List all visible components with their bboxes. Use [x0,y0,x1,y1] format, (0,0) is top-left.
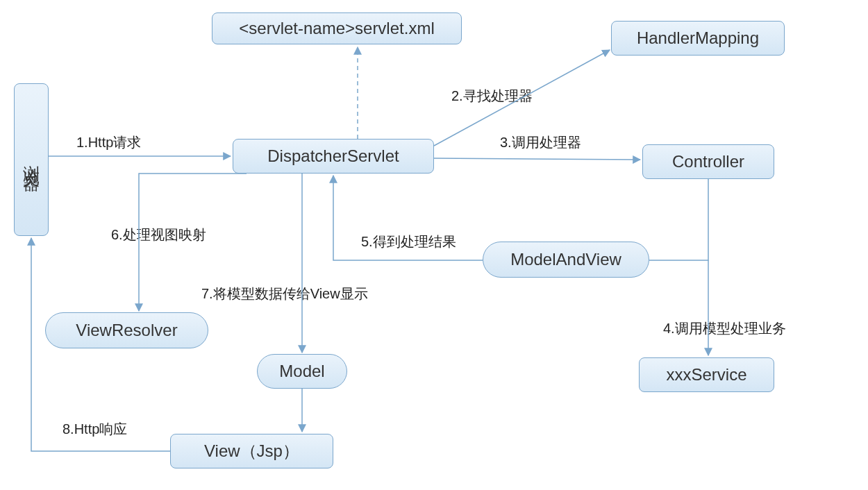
label-e3: 3.调用处理器 [500,133,581,152]
node-browser: 浏览器 [14,83,49,236]
node-handler-mapping: HandlerMapping [611,21,785,56]
svg-line-3 [434,158,640,160]
label-e8: 8.Http响应 [62,420,127,439]
node-dispatcher: DispatcherServlet [233,139,434,174]
node-controller: Controller [642,144,774,179]
node-view-jsp: View（Jsp） [170,434,333,468]
label-e5: 5.得到处理结果 [361,233,456,251]
label-e2: 2.寻找处理器 [451,87,533,105]
label-e4: 4.调用模型处理业务 [663,319,786,338]
node-model-and-view: ModelAndView [483,242,649,278]
label-e1: 1.Http请求 [76,133,141,152]
node-view-resolver: ViewResolver [45,312,208,348]
label-e7: 7.将模型数据传给View显示 [201,285,368,303]
label-e6: 6.处理视图映射 [111,226,206,244]
node-xxx-service: xxxService [639,357,774,392]
node-model: Model [257,354,347,389]
node-servlet-xml: <servlet-name>servlet.xml [212,12,462,44]
